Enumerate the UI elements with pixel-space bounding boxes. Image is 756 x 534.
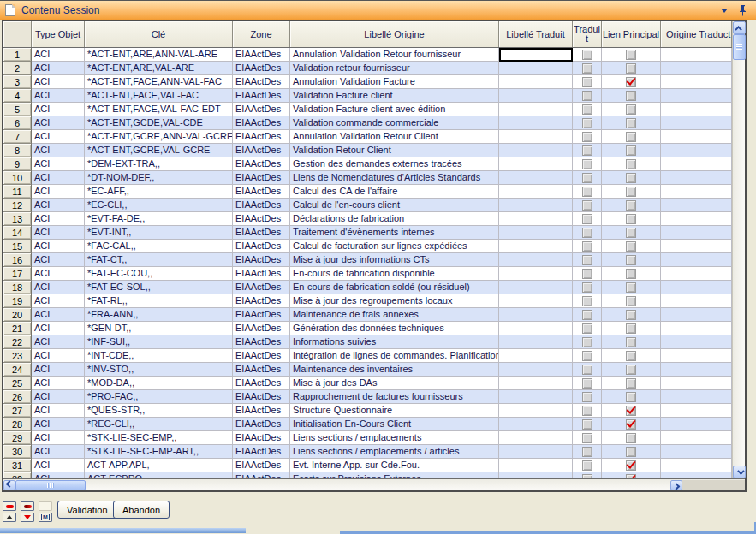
traduit_lib-cell[interactable] <box>499 199 573 212</box>
origine-cell[interactable] <box>661 62 732 75</box>
libelle-cell[interactable]: Calcul de l'en-cours client <box>290 199 499 212</box>
nav-red-bar-button[interactable] <box>3 501 16 511</box>
origine-cell[interactable] <box>661 294 732 308</box>
origine-cell[interactable] <box>661 116 732 130</box>
traduit_lib-cell[interactable] <box>499 349 573 363</box>
libelle-cell[interactable]: Validation Retour Client <box>290 144 499 157</box>
type-cell[interactable]: ACI <box>32 62 85 75</box>
traduit-checkbox[interactable] <box>582 200 592 211</box>
traduit-checkbox[interactable] <box>582 91 592 101</box>
lien-principal-checkbox[interactable] <box>626 63 636 74</box>
lien-principal-checkbox[interactable] <box>626 118 636 128</box>
cle-cell[interactable]: *ACT-ENT,GCRE,ANN-VAL-GCRE <box>85 130 233 144</box>
traduit_lib-cell[interactable] <box>499 294 573 308</box>
origine-cell[interactable] <box>661 199 732 212</box>
zone-cell[interactable]: EIAActDes <box>233 267 290 281</box>
zone-cell[interactable]: EIAActDes <box>233 212 290 226</box>
traduit_lib-cell[interactable] <box>499 418 573 431</box>
libelle-cell[interactable]: Liens sections / emplacements / articles <box>290 445 499 459</box>
cle-cell[interactable]: *FAT-EC-SOL,, <box>85 281 233 294</box>
cle-cell[interactable]: *FRA-ANN,, <box>85 308 233 322</box>
lien-principal-checkbox[interactable] <box>626 419 636 430</box>
traduit-checkbox[interactable] <box>582 63 592 74</box>
traduit-checkbox[interactable] <box>582 104 592 115</box>
type-cell[interactable]: ACI <box>32 459 85 472</box>
row-header[interactable]: 21 <box>3 322 32 335</box>
horizontal-scrollbar-thumb[interactable] <box>15 480 86 490</box>
validation-button[interactable]: Validation <box>57 501 117 519</box>
cle-cell[interactable]: *GEN-DT,, <box>85 322 233 335</box>
traduit_lib-cell[interactable] <box>499 171 573 185</box>
cle-cell[interactable]: ACT-APP,APL, <box>85 459 233 472</box>
traduit_lib-cell[interactable] <box>499 130 573 144</box>
zone-cell[interactable]: EIAActDes <box>233 171 290 185</box>
libelle-cell[interactable]: Validation Facture client <box>290 89 499 103</box>
column-header-lien[interactable]: Lien Principal <box>602 21 661 47</box>
lien-principal-checkbox[interactable] <box>626 323 636 334</box>
traduit-checkbox[interactable] <box>582 282 592 293</box>
row-header[interactable]: 13 <box>3 212 32 226</box>
traduit-checkbox[interactable] <box>582 214 592 224</box>
lien-principal-checkbox[interactable] <box>626 378 636 389</box>
libelle-cell[interactable]: Evt. Interne App. sur Cde.Fou. <box>290 459 499 472</box>
origine-cell[interactable] <box>661 281 732 294</box>
row-header[interactable]: 27 <box>3 404 32 418</box>
libelle-cell[interactable]: Rapprochement de factures fournisseurs <box>290 390 499 404</box>
type-cell[interactable]: ACI <box>32 431 85 445</box>
traduit_lib-cell[interactable] <box>499 281 573 294</box>
libelle-cell[interactable]: Déclarations de fabrication <box>290 212 499 226</box>
traduit_lib-cell[interactable] <box>499 240 573 253</box>
row-header[interactable]: 26 <box>3 390 32 404</box>
zone-cell[interactable]: EIAActDes <box>233 335 290 349</box>
cle-cell[interactable]: *QUES-STR,, <box>85 404 233 418</box>
nav-down-button[interactable] <box>21 513 34 522</box>
lien-principal-checkbox[interactable] <box>626 104 636 115</box>
column-header-origine[interactable]: Origine Traduct <box>661 21 732 47</box>
cle-cell[interactable]: *PRO-FAC,, <box>85 390 233 404</box>
traduit_lib-cell[interactable] <box>499 445 573 459</box>
cle-cell[interactable]: *ACT-ENT,GCRE,VAL-GCRE <box>85 144 233 157</box>
traduit_lib-cell[interactable] <box>499 431 573 445</box>
cle-cell[interactable]: *DEM-EXT-TRA,, <box>85 157 233 171</box>
scroll-left-button[interactable] <box>3 480 15 490</box>
traduit_lib-cell[interactable] <box>499 335 573 349</box>
libelle-cell[interactable]: Maintenance de frais annexes <box>290 308 499 322</box>
traduit-checkbox[interactable] <box>582 433 592 443</box>
cle-cell[interactable]: *ACT-ENT,FACE,VAL-FAC <box>85 89 233 103</box>
traduit_lib-cell[interactable] <box>499 322 573 335</box>
column-header-num[interactable] <box>3 21 32 47</box>
type-cell[interactable]: ACI <box>32 75 85 89</box>
traduit_lib-cell[interactable] <box>499 62 573 75</box>
zone-cell[interactable]: EIAActDes <box>233 253 290 267</box>
titlebar[interactable]: Contenu Session <box>0 1 756 20</box>
row-header[interactable]: 16 <box>3 253 32 267</box>
libelle-cell[interactable]: Validation commande commerciale <box>290 116 499 130</box>
zone-cell[interactable]: EIAActDes <box>233 404 290 418</box>
zone-cell[interactable]: EIAActDes <box>233 418 290 431</box>
cle-cell[interactable]: *FAT-RL,, <box>85 294 233 308</box>
type-cell[interactable]: ACI <box>32 144 85 157</box>
row-header[interactable]: 15 <box>3 240 32 253</box>
traduit-checkbox[interactable] <box>582 187 592 197</box>
traduit-checkbox[interactable] <box>582 173 592 183</box>
traduit_lib-cell[interactable] <box>499 185 573 199</box>
lien-principal-checkbox[interactable] <box>626 200 636 211</box>
zone-cell[interactable]: EIAActDes <box>233 116 290 130</box>
origine-cell[interactable] <box>661 240 732 253</box>
cle-cell[interactable]: *EVT-INT,, <box>85 226 233 240</box>
origine-cell[interactable] <box>661 157 732 171</box>
horizontal-scrollbar[interactable] <box>3 478 745 490</box>
libelle-cell[interactable]: Mise à jour des regroupements locaux <box>290 294 499 308</box>
libelle-cell[interactable]: Ecarts sur Provisions Externes <box>290 472 499 478</box>
lien-principal-checkbox[interactable] <box>626 392 636 402</box>
type-cell[interactable]: ACI <box>32 404 85 418</box>
lien-principal-checkbox[interactable] <box>626 91 636 101</box>
row-header[interactable]: 11 <box>3 185 32 199</box>
row-header[interactable]: 25 <box>3 377 32 390</box>
zone-cell[interactable]: EIAActDes <box>233 472 290 478</box>
libelle-cell[interactable]: Validation Facture client avec édition <box>290 103 499 116</box>
column-header-libelle[interactable]: Libellé Origine <box>290 21 499 47</box>
lien-principal-checkbox[interactable] <box>626 460 636 471</box>
traduit-checkbox[interactable] <box>582 77 592 87</box>
cle-cell[interactable]: *FAT-CT,, <box>85 253 233 267</box>
